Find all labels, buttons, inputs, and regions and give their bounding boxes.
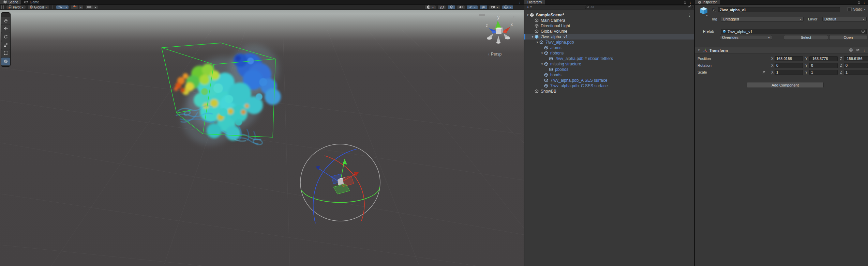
scene-kebab-icon[interactable]: ⋮ — [688, 13, 691, 17]
rotation-y-field[interactable] — [809, 63, 838, 68]
grid-snap-dropdown[interactable]: ▼ — [64, 5, 69, 9]
rotation-z-field[interactable] — [844, 63, 868, 68]
transform-gizmo[interactable] — [300, 144, 380, 223]
overrides-dropdown[interactable]: Overrides ▼ — [720, 35, 772, 40]
increment-snap-button[interactable] — [71, 5, 79, 9]
scene-orientation-gizmo[interactable]: y z x ⟨ Persp — [477, 13, 521, 62]
scene-viewport[interactable]: ── y z x ⟨ — [0, 10, 524, 266]
position-x-field[interactable] — [775, 56, 803, 61]
rotation-y-input[interactable] — [811, 63, 836, 67]
hierarchy-item[interactable]: bonds — [524, 72, 694, 78]
foldout-arrow-icon[interactable]: ▼ — [526, 14, 530, 17]
pivot-button[interactable]: Pivot ▼ — [6, 5, 26, 9]
effects-toggle-button[interactable]: ▼ — [466, 5, 478, 10]
transform-tool-button[interactable] — [1, 58, 10, 65]
hierarchy-item[interactable]: ▼SampleScene*⋮ — [524, 12, 694, 18]
tools-drag-handle[interactable]: ── — [1, 13, 10, 16]
visibility-toggle-button[interactable] — [479, 5, 488, 10]
chevron-down-icon[interactable]: ▼ — [530, 6, 532, 8]
active-checkbox[interactable]: ✓ — [712, 8, 716, 12]
gameobject-name-field[interactable] — [718, 7, 840, 12]
lighting-toggle-button[interactable] — [447, 5, 455, 10]
hierarchy-item[interactable]: ▼7lwv_alpha.pdb — [524, 40, 694, 45]
add-component-button[interactable]: Add Component — [747, 82, 824, 88]
handle-rotation-button[interactable]: Global ▼ — [27, 5, 49, 9]
increment-snap-dropdown[interactable]: ▼ — [79, 5, 84, 9]
hierarchy-search-input[interactable] — [590, 5, 687, 9]
hierarchy-item[interactable]: ▼ribbons — [524, 50, 694, 56]
unlock-icon[interactable] — [857, 0, 860, 4]
gameobject-name-input[interactable] — [720, 8, 838, 12]
presets-icon[interactable] — [856, 48, 860, 53]
add-gameobject-button[interactable]: + — [527, 5, 529, 10]
measure-dropdown[interactable]: ▼ — [93, 5, 98, 9]
link-broken-icon[interactable] — [762, 70, 766, 74]
hierarchy-item[interactable]: 7lwv_alpha.pdb_C SES surface — [524, 83, 694, 89]
position-z-input[interactable] — [845, 57, 866, 61]
scale-x-input[interactable] — [776, 70, 801, 74]
scale-z-field[interactable] — [844, 70, 868, 75]
hierarchy-item[interactable]: ▼7lwv_alpha_v1 — [524, 34, 694, 40]
hierarchy-item[interactable]: Directional Light — [524, 23, 694, 29]
prefab-object-field[interactable]: 7lwv_alpha_v1 — [721, 29, 867, 34]
rect-tool-button[interactable] — [1, 49, 10, 57]
scene-menu-kebab-icon[interactable]: ⋮ — [518, 0, 522, 4]
foldout-arrow-icon[interactable]: ▼ — [540, 52, 544, 55]
window-picker-icon[interactable] — [688, 5, 691, 9]
rotation-x-input[interactable] — [776, 63, 801, 67]
hierarchy-item[interactable]: Main Camera — [524, 18, 694, 23]
audio-toggle-button[interactable] — [457, 5, 465, 10]
hierarchy-menu-kebab-icon[interactable]: ⋮ — [689, 0, 692, 4]
scale-y-field[interactable] — [809, 70, 838, 75]
inspector-menu-kebab-icon[interactable]: ⋮ — [863, 0, 866, 4]
position-z-field[interactable] — [844, 56, 868, 61]
rotation-z-input[interactable] — [845, 63, 866, 67]
unlock-icon[interactable] — [683, 0, 687, 4]
grid-snap-button[interactable] — [56, 5, 64, 9]
tab-game[interactable]: Game — [21, 0, 42, 4]
select-button[interactable]: Select — [784, 35, 828, 40]
rotate-tool-button[interactable] — [1, 33, 10, 41]
transform-component-header[interactable]: ▼ Transform ? ⋮ — [695, 47, 868, 53]
hierarchy-search[interactable] — [585, 5, 693, 9]
foldout-arrow-icon[interactable]: ▼ — [535, 41, 539, 44]
position-y-field[interactable] — [809, 56, 838, 61]
tab-inspector[interactable]: i Inspector — [695, 0, 720, 4]
hierarchy-item[interactable]: 7lwv_alpha.pdb # ribbon tethers — [524, 56, 694, 61]
scale-y-input[interactable] — [811, 70, 836, 74]
projection-toggle[interactable]: ⟨ Persp — [488, 52, 502, 57]
hierarchy-item[interactable]: Global Volume — [524, 29, 694, 34]
hierarchy-item[interactable]: atoms — [524, 45, 694, 50]
foldout-arrow-icon[interactable]: ▼ — [698, 49, 700, 52]
hierarchy-item[interactable]: 7lwv_alpha.pdb_A SES surface — [524, 78, 694, 83]
position-x-input[interactable] — [776, 57, 801, 61]
foldout-arrow-icon[interactable]: ▼ — [530, 35, 535, 38]
gizmos-toggle-button[interactable]: ▼ — [502, 5, 513, 10]
measure-button[interactable] — [85, 5, 93, 9]
shading-mode-button[interactable]: ▼ — [424, 5, 436, 10]
rotation-x-field[interactable] — [775, 63, 803, 68]
toolbar-grip-icon[interactable]: ▌▌ — [1, 5, 5, 9]
position-y-input[interactable] — [811, 57, 836, 61]
object-picker-icon[interactable] — [861, 29, 865, 34]
move-tool-button[interactable] — [1, 25, 10, 33]
tag-dropdown[interactable]: Untagged ▼ — [721, 17, 804, 21]
hierarchy-item[interactable]: ShowBB — [524, 89, 694, 94]
open-button[interactable]: Open — [829, 35, 867, 40]
tab-hierarchy[interactable]: Hierarchy — [524, 0, 545, 4]
static-checkbox[interactable] — [848, 7, 852, 11]
2d-toggle-button[interactable]: 2D — [437, 5, 446, 10]
help-icon[interactable]: ? — [849, 48, 853, 53]
chevron-down-icon[interactable]: ▼ — [706, 14, 708, 17]
scale-tool-button[interactable] — [1, 41, 10, 49]
camera-toggle-button[interactable]: ▼ — [489, 5, 500, 10]
chevron-down-icon[interactable]: ▼ — [864, 8, 866, 11]
hierarchy-item[interactable]: ▼missing structure — [524, 61, 694, 67]
scale-x-field[interactable] — [775, 70, 803, 75]
view-tool-button[interactable] — [1, 17, 10, 25]
foldout-arrow-icon[interactable]: ▼ — [540, 63, 544, 66]
tab-scene[interactable]: Scene — [0, 0, 21, 4]
hierarchy-item[interactable]: pbonds — [524, 67, 694, 72]
scale-z-input[interactable] — [845, 70, 866, 74]
component-kebab-icon[interactable]: ⋮ — [863, 48, 866, 52]
